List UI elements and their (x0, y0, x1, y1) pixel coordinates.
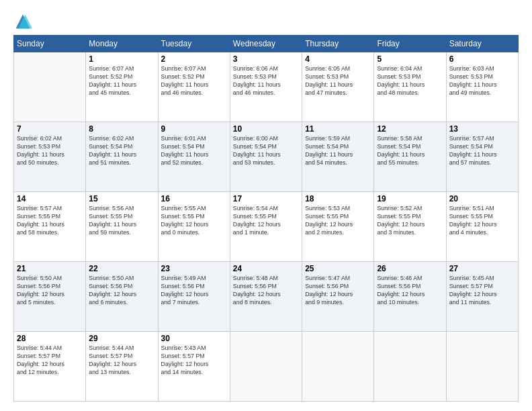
day-info: Sunrise: 6:02 AM Sunset: 5:54 PM Dayligh… (89, 135, 154, 167)
calendar-cell: 8Sunrise: 6:02 AM Sunset: 5:54 PM Daylig… (86, 122, 158, 192)
calendar-cell (374, 332, 446, 402)
day-info: Sunrise: 6:07 AM Sunset: 5:52 PM Dayligh… (89, 65, 154, 97)
day-number: 1 (89, 54, 154, 64)
day-number: 15 (89, 194, 154, 203)
calendar-cell: 23Sunrise: 5:49 AM Sunset: 5:56 PM Dayli… (158, 262, 230, 332)
calendar-cell: 9Sunrise: 6:01 AM Sunset: 5:54 PM Daylig… (158, 122, 230, 192)
day-info: Sunrise: 5:44 AM Sunset: 5:57 PM Dayligh… (17, 345, 83, 377)
day-info: Sunrise: 5:44 AM Sunset: 5:57 PM Dayligh… (89, 345, 154, 377)
header (13, 12, 519, 31)
day-info: Sunrise: 6:00 AM Sunset: 5:54 PM Dayligh… (233, 135, 299, 167)
day-info: Sunrise: 5:53 AM Sunset: 5:55 PM Dayligh… (305, 205, 371, 237)
calendar-table: SundayMondayTuesdayWednesdayThursdayFrid… (13, 35, 519, 402)
day-info: Sunrise: 5:47 AM Sunset: 5:56 PM Dayligh… (305, 275, 371, 307)
calendar-cell: 26Sunrise: 5:46 AM Sunset: 5:56 PM Dayli… (374, 262, 446, 332)
calendar-cell: 11Sunrise: 5:59 AM Sunset: 5:54 PM Dayli… (302, 122, 374, 192)
calendar-cell: 15Sunrise: 5:56 AM Sunset: 5:55 PM Dayli… (86, 192, 158, 262)
weekday-header: Tuesday (158, 36, 230, 52)
calendar-cell: 18Sunrise: 5:53 AM Sunset: 5:55 PM Dayli… (302, 192, 374, 262)
logo (13, 12, 35, 31)
calendar-week-row: 28Sunrise: 5:44 AM Sunset: 5:57 PM Dayli… (14, 332, 519, 402)
calendar-week-row: 21Sunrise: 5:50 AM Sunset: 5:56 PM Dayli… (14, 262, 519, 332)
calendar-cell: 21Sunrise: 5:50 AM Sunset: 5:56 PM Dayli… (14, 262, 86, 332)
page: SundayMondayTuesdayWednesdayThursdayFrid… (0, 0, 532, 411)
calendar-cell: 10Sunrise: 6:00 AM Sunset: 5:54 PM Dayli… (230, 122, 302, 192)
day-number: 3 (233, 54, 299, 64)
day-info: Sunrise: 6:04 AM Sunset: 5:53 PM Dayligh… (377, 65, 443, 97)
day-number: 5 (377, 54, 443, 64)
day-info: Sunrise: 5:59 AM Sunset: 5:54 PM Dayligh… (305, 135, 371, 167)
day-number: 2 (161, 54, 227, 64)
day-number: 7 (17, 124, 83, 134)
calendar-cell: 25Sunrise: 5:47 AM Sunset: 5:56 PM Dayli… (302, 262, 374, 332)
calendar-cell: 17Sunrise: 5:54 AM Sunset: 5:55 PM Dayli… (230, 192, 302, 262)
day-number: 25 (305, 264, 371, 273)
calendar-cell: 20Sunrise: 5:51 AM Sunset: 5:55 PM Dayli… (446, 192, 518, 262)
day-number: 18 (305, 194, 371, 203)
logo-icon (13, 12, 32, 31)
calendar-cell: 1Sunrise: 6:07 AM Sunset: 5:52 PM Daylig… (86, 52, 158, 122)
day-info: Sunrise: 5:50 AM Sunset: 5:56 PM Dayligh… (17, 275, 83, 307)
day-info: Sunrise: 5:58 AM Sunset: 5:54 PM Dayligh… (377, 135, 443, 167)
calendar-cell: 19Sunrise: 5:52 AM Sunset: 5:55 PM Dayli… (374, 192, 446, 262)
calendar-cell: 30Sunrise: 5:43 AM Sunset: 5:57 PM Dayli… (158, 332, 230, 402)
calendar-cell (302, 332, 374, 402)
calendar-cell (446, 332, 518, 402)
calendar-cell: 5Sunrise: 6:04 AM Sunset: 5:53 PM Daylig… (374, 52, 446, 122)
day-number: 26 (377, 264, 443, 273)
day-number: 24 (233, 264, 299, 273)
calendar-cell: 24Sunrise: 5:48 AM Sunset: 5:56 PM Dayli… (230, 262, 302, 332)
weekday-header: Thursday (302, 36, 374, 52)
day-number: 19 (377, 194, 443, 203)
day-info: Sunrise: 6:05 AM Sunset: 5:53 PM Dayligh… (305, 65, 371, 97)
day-info: Sunrise: 6:02 AM Sunset: 5:53 PM Dayligh… (17, 135, 83, 167)
day-info: Sunrise: 6:07 AM Sunset: 5:52 PM Dayligh… (161, 65, 227, 97)
calendar-cell: 27Sunrise: 5:45 AM Sunset: 5:57 PM Dayli… (446, 262, 518, 332)
day-info: Sunrise: 5:50 AM Sunset: 5:56 PM Dayligh… (89, 275, 154, 307)
day-number: 6 (449, 54, 515, 64)
calendar-cell (230, 332, 302, 402)
calendar-cell: 12Sunrise: 5:58 AM Sunset: 5:54 PM Dayli… (374, 122, 446, 192)
calendar-week-row: 7Sunrise: 6:02 AM Sunset: 5:53 PM Daylig… (14, 122, 519, 192)
day-number: 14 (17, 194, 83, 203)
day-info: Sunrise: 5:57 AM Sunset: 5:55 PM Dayligh… (17, 205, 83, 237)
day-info: Sunrise: 5:52 AM Sunset: 5:55 PM Dayligh… (377, 205, 443, 237)
day-info: Sunrise: 5:54 AM Sunset: 5:55 PM Dayligh… (233, 205, 299, 237)
weekday-header: Monday (86, 36, 158, 52)
calendar-cell (14, 52, 86, 122)
day-number: 21 (17, 264, 83, 273)
day-info: Sunrise: 5:46 AM Sunset: 5:56 PM Dayligh… (377, 275, 443, 307)
day-number: 29 (89, 334, 154, 343)
day-number: 13 (449, 124, 515, 134)
calendar-cell: 7Sunrise: 6:02 AM Sunset: 5:53 PM Daylig… (14, 122, 86, 192)
day-info: Sunrise: 5:48 AM Sunset: 5:56 PM Dayligh… (233, 275, 299, 307)
day-info: Sunrise: 6:01 AM Sunset: 5:54 PM Dayligh… (161, 135, 227, 167)
calendar-cell: 6Sunrise: 6:03 AM Sunset: 5:53 PM Daylig… (446, 52, 518, 122)
calendar-cell: 13Sunrise: 5:57 AM Sunset: 5:54 PM Dayli… (446, 122, 518, 192)
weekday-header: Saturday (446, 36, 518, 52)
day-info: Sunrise: 5:57 AM Sunset: 5:54 PM Dayligh… (449, 135, 515, 167)
day-number: 8 (89, 124, 154, 134)
day-number: 23 (161, 264, 227, 273)
weekday-header: Friday (374, 36, 446, 52)
day-info: Sunrise: 5:43 AM Sunset: 5:57 PM Dayligh… (161, 345, 227, 377)
day-number: 9 (161, 124, 227, 134)
day-info: Sunrise: 5:55 AM Sunset: 5:55 PM Dayligh… (161, 205, 227, 237)
day-number: 12 (377, 124, 443, 134)
day-number: 20 (449, 194, 515, 203)
calendar-cell: 4Sunrise: 6:05 AM Sunset: 5:53 PM Daylig… (302, 52, 374, 122)
day-number: 28 (17, 334, 83, 343)
calendar-cell: 16Sunrise: 5:55 AM Sunset: 5:55 PM Dayli… (158, 192, 230, 262)
day-info: Sunrise: 5:51 AM Sunset: 5:55 PM Dayligh… (449, 205, 515, 237)
calendar-week-row: 1Sunrise: 6:07 AM Sunset: 5:52 PM Daylig… (14, 52, 519, 122)
day-info: Sunrise: 6:06 AM Sunset: 5:53 PM Dayligh… (233, 65, 299, 97)
day-number: 27 (449, 264, 515, 273)
day-number: 11 (305, 124, 371, 134)
day-info: Sunrise: 5:49 AM Sunset: 5:56 PM Dayligh… (161, 275, 227, 307)
calendar-cell: 14Sunrise: 5:57 AM Sunset: 5:55 PM Dayli… (14, 192, 86, 262)
day-info: Sunrise: 6:03 AM Sunset: 5:53 PM Dayligh… (449, 65, 515, 97)
day-number: 4 (305, 54, 371, 64)
day-number: 16 (161, 194, 227, 203)
day-number: 22 (89, 264, 154, 273)
calendar-cell: 2Sunrise: 6:07 AM Sunset: 5:52 PM Daylig… (158, 52, 230, 122)
